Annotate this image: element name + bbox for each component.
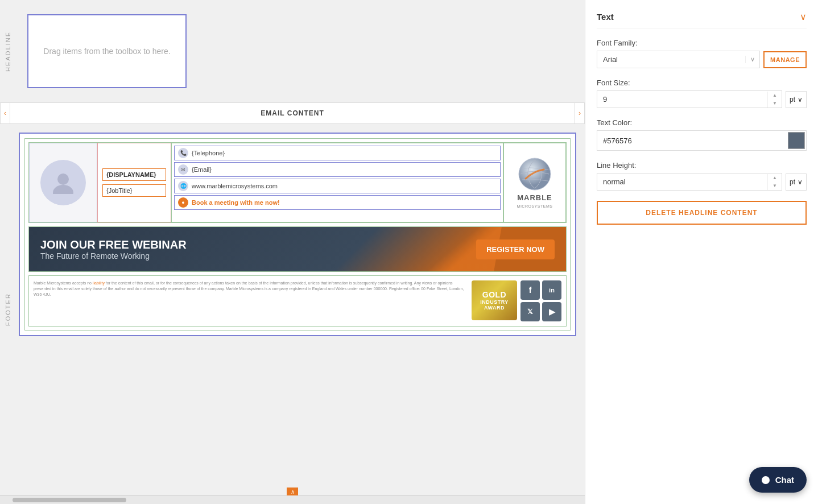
gold-award-line2: INDUSTRY	[480, 299, 509, 305]
line-height-up[interactable]: ▲	[768, 174, 782, 182]
line-height-group: Line Height: normal ▲ ▼ pt ∨	[597, 161, 807, 191]
drop-zone-text: Drag items from the toolbox to here.	[43, 47, 170, 56]
headline-label: HEADLINE	[0, 0, 16, 102]
scroll-thumb[interactable]	[13, 498, 126, 502]
marble-name: MARBLE	[517, 193, 552, 202]
booking-value: Book a meeting with me now!	[192, 199, 280, 206]
webinar-text: JOIN OUR FREE WEBINAR The Future of Remo…	[40, 238, 187, 261]
text-color-row: #576576	[597, 130, 807, 151]
font-size-row: 9 ▲ ▼ pt ∨	[597, 90, 807, 108]
nav-right-arrow[interactable]: ›	[575, 102, 585, 124]
phone-icon: 📞	[178, 148, 188, 158]
font-size-label: Font Size:	[597, 79, 807, 87]
disclaimer-text: Marble Microsystems accepts no liability…	[34, 280, 468, 321]
email-content-bar: ‹ EMAIL CONTENT ›	[0, 102, 585, 124]
logo-cell: MARBLE MICROSYSTEMS	[503, 143, 566, 222]
marble-sub: MICROSYSTEMS	[517, 204, 553, 208]
color-swatch[interactable]	[788, 132, 805, 149]
panel-title: Text	[597, 12, 614, 22]
manage-button[interactable]: MANAGE	[763, 51, 807, 68]
font-size-group: Font Size: 9 ▲ ▼ pt ∨	[597, 79, 807, 108]
webinar-subtitle: The Future of Remote Working	[40, 251, 187, 261]
display-name: {DISPLAYNAME}	[102, 168, 166, 181]
chat-button[interactable]: Chat	[749, 467, 807, 493]
email-template: {DISPLAYNAME} {JobTitle} 📞 {Telephone} ✉	[19, 133, 576, 336]
font-family-arrow: ∨	[745, 56, 759, 63]
font-family-group: Font Family: Arial ∨ MANAGE	[597, 39, 807, 68]
font-family-row: Arial ∨ MANAGE	[597, 51, 807, 68]
panel-collapse-icon[interactable]: ∨	[800, 11, 807, 22]
font-size-unit-value: pt	[790, 96, 795, 104]
facebook-icon[interactable]: f	[520, 280, 540, 300]
contact-row: {DISPLAYNAME} {JobTitle} 📞 {Telephone} ✉	[28, 142, 567, 223]
nav-left-arrow[interactable]: ‹	[0, 102, 10, 124]
marble-globe-icon	[518, 157, 552, 191]
font-size-spinners: ▲ ▼	[767, 92, 782, 108]
bottom-scrollbar[interactable]: ∧	[0, 495, 585, 504]
delete-headline-button[interactable]: DELETE HEADLINE CONTENT	[597, 201, 807, 225]
line-height-unit-arrow: ∨	[798, 178, 803, 186]
chat-icon	[762, 476, 770, 484]
line-height-unit[interactable]: pt ∨	[786, 173, 807, 191]
social-grid: f in 𝕏 ▶	[520, 280, 561, 321]
telephone-row: 📞 {Telephone}	[174, 146, 501, 160]
font-size-down[interactable]: ▼	[768, 100, 782, 108]
disclaimer-content: Marble Microsystems accepts no liability…	[34, 281, 464, 296]
gold-award-title: GOLD	[482, 290, 506, 299]
email-content-label: EMAIL CONTENT	[261, 109, 324, 117]
booking-row: ● Book a meeting with me now!	[174, 195, 501, 210]
video-icon[interactable]: ▶	[542, 302, 561, 321]
web-icon: 🌐	[178, 181, 188, 191]
register-button[interactable]: REGISTER NOW	[476, 239, 555, 259]
website-row: 🌐 www.marblemicrosystems.com	[174, 179, 501, 193]
line-height-row: normal ▲ ▼ pt ∨	[597, 173, 807, 191]
font-family-select[interactable]: Arial ∨	[597, 51, 760, 68]
footer-canvas: {DISPLAYNAME} {JobTitle} 📞 {Telephone} ✉	[16, 124, 585, 495]
email-row: ✉ {Email}	[174, 162, 501, 177]
text-color-group: Text Color: #576576	[597, 118, 807, 151]
avatar-cell	[29, 143, 97, 222]
contact-details: 📞 {Telephone} ✉ {Email} 🌐 www.marblemicr…	[171, 143, 503, 222]
job-title: {JobTitle}	[102, 184, 166, 197]
scroll-up-arrow[interactable]: ∧	[287, 488, 298, 495]
booking-icon: ●	[178, 197, 188, 208]
svg-point-1	[53, 185, 73, 194]
font-family-label: Font Family:	[597, 39, 807, 47]
twitter-icon[interactable]: 𝕏	[520, 302, 540, 321]
right-panel: Text ∨ Font Family: Arial ∨ MANAGE Font …	[585, 0, 818, 504]
line-height-input[interactable]: normal ▲ ▼	[597, 173, 782, 191]
email-icon: ✉	[178, 164, 188, 175]
text-color-label: Text Color:	[597, 118, 807, 127]
chat-label: Chat	[775, 475, 794, 485]
line-height-spinners: ▲ ▼	[767, 174, 782, 190]
panel-header: Text ∨	[597, 11, 807, 28]
line-height-down[interactable]: ▼	[768, 182, 782, 190]
svg-point-0	[57, 173, 69, 185]
font-size-unit[interactable]: pt ∨	[786, 91, 807, 108]
font-size-up[interactable]: ▲	[768, 92, 782, 100]
linkedin-icon[interactable]: in	[542, 280, 561, 300]
footer-disclaimer-row: Marble Microsystems accepts no liability…	[28, 275, 567, 327]
gold-award-line3: AWARD	[484, 305, 505, 311]
font-size-value: 9	[597, 91, 767, 108]
line-height-unit-value: pt	[790, 178, 795, 186]
headline-drop-zone[interactable]: Drag items from the toolbox to here.	[27, 14, 187, 88]
line-height-label: Line Height:	[597, 161, 807, 170]
telephone-value: {Telephone}	[192, 150, 225, 156]
avatar	[40, 160, 86, 205]
webinar-banner: JOIN OUR FREE WEBINAR The Future of Remo…	[28, 226, 567, 272]
gold-award: GOLD INDUSTRY AWARD	[472, 280, 517, 320]
webinar-title: JOIN OUR FREE WEBINAR	[40, 238, 187, 251]
text-color-input[interactable]: #576576	[597, 130, 807, 151]
template-inner: {DISPLAYNAME} {JobTitle} 📞 {Telephone} ✉	[24, 138, 571, 331]
email-value: {Email}	[192, 166, 212, 173]
website-value: www.marblemicrosystems.com	[192, 183, 278, 189]
svg-point-2	[519, 158, 551, 190]
text-color-value: #576576	[597, 133, 787, 149]
marble-logo: MARBLE MICROSYSTEMS	[517, 157, 553, 208]
footer-label: FOOTER	[0, 124, 16, 495]
name-cell: {DISPLAYNAME} {JobTitle}	[97, 143, 171, 222]
font-family-value: Arial	[597, 51, 745, 68]
font-size-input[interactable]: 9 ▲ ▼	[597, 90, 782, 108]
line-height-value: normal	[597, 173, 767, 190]
